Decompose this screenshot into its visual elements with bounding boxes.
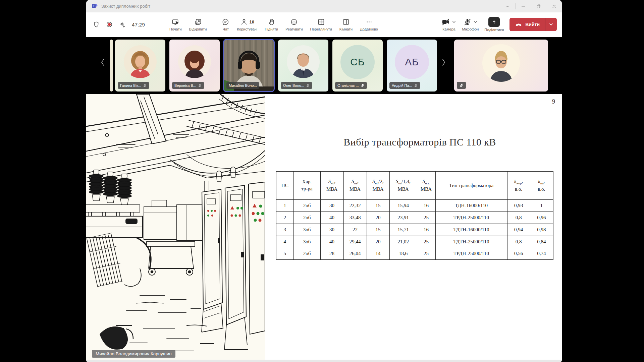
ellipsis-icon [365,18,373,26]
table-cell: 22,32 [343,199,367,212]
table-header-cell: Тип трансформатора [435,171,507,199]
table-cell: ТРДН-25000/110 [435,248,507,260]
table-cell: 28 [320,248,343,260]
chat-icon [222,18,229,26]
table-cell: 1 [530,199,553,212]
table-cell: 0,74 [530,248,553,260]
people-count: 10 [250,19,254,24]
table-cell: 21,02 [389,236,417,248]
participant-tile-active-speaker[interactable]: Михайло Воло... [224,40,274,92]
table-row: 52об2826,041418,625ТРДН-25000/1100,560,7… [276,248,553,260]
share-button[interactable]: Поділитися [484,17,504,32]
presentation-slide: 9 Вибір трансформаторів ПС 110 кВ ПСХар.… [265,94,562,360]
title-bar: T Захист дипломних робіт [86,0,562,12]
sparkle-icon[interactable] [119,21,125,28]
chat-button[interactable]: Чат [222,18,229,31]
table-cell: 26,04 [343,248,367,260]
share-arrow-icon [488,17,500,27]
table-cell: 30 [320,199,343,212]
scroll-left-icon[interactable] [100,58,105,66]
leave-label: Вийти [525,22,540,27]
record-icon[interactable] [106,21,113,28]
present-button[interactable]: Почати [169,18,182,31]
meeting-toolbar: 47:29 Почати Відкріпити Чат 10 Користува… [86,12,562,37]
participants-strip: Галина Вік... Вероніка В... [86,37,562,94]
table-cell: 16 [417,199,435,212]
slide-title: Вибір трансформаторів ПС 110 кВ [265,136,562,148]
raise-hand-button[interactable]: Підняти [265,18,278,31]
table-cell: 14 [367,248,389,260]
more-button[interactable]: Додатково [360,18,378,31]
mic-off-icon [463,18,472,26]
rooms-icon [342,18,350,26]
view-button[interactable]: Переглянути [310,18,332,31]
unpin-label: Відкріпити [189,27,207,31]
leave-chevron-icon[interactable] [545,18,557,31]
participant-tile[interactable]: Вероніка В... [169,40,220,92]
table-cell: 23,91 [389,212,417,224]
camera-chevron-icon[interactable] [452,20,456,24]
smiley-icon [290,18,298,26]
presenter-name-label: Михайло Володимирович Карпушин [92,350,175,358]
table-cell: 0,8 [507,236,530,248]
shield-icon[interactable] [93,21,100,28]
camera-off-icon [441,18,450,26]
people-button[interactable]: 10 Користувачі [237,18,257,31]
pop-out-icon [194,18,202,26]
table-row: 43об4029,442021,0225ТДТН-25000/1100,80,8… [276,236,553,248]
table-cell: ТДТН-25000/110 [435,236,507,248]
participant-name: Станіслав ... [337,83,359,87]
initials-avatar: СБ [340,45,375,79]
scroll-right-icon[interactable] [441,58,446,66]
table-cell: 4 [276,236,293,248]
teams-meeting-window: T Захист дипломних робіт 47:29 Почати [86,0,562,362]
restore-button[interactable] [531,0,546,12]
participant-tile[interactable]: Галина Вік... [115,40,165,92]
table-header-cell: Sнб,МВА [320,171,343,199]
raise-label: Підняти [265,27,278,31]
participant-name: Вероніка В... [174,83,196,87]
table-cell: 0,96 [530,212,553,224]
teams-logo-icon: T [91,3,98,10]
table-cell: 3об [293,224,320,236]
participant-tile[interactable] [454,40,548,92]
table-cell: 15,94 [389,199,417,212]
participant-tile[interactable]: АБ Андрій Па... [387,40,437,92]
table-cell: 3об [293,236,320,248]
table-cell: 0,98 [530,224,553,236]
window-more-button[interactable] [500,0,515,12]
mic-muted-icon [459,83,464,87]
mic-chevron-icon[interactable] [473,20,478,24]
table-cell: 2об [293,199,320,212]
table-cell: 40 [320,236,343,248]
participant-tile[interactable]: Олег Воло... [278,40,328,92]
participant-tile[interactable]: СБ Станіслав ... [332,40,383,92]
table-cell: 0,93 [507,199,530,212]
react-button[interactable]: Реагувати [285,18,303,31]
chat-label: Чат [223,27,229,31]
table-cell: 25 [417,248,435,260]
mic-button[interactable]: Мікрофон [462,18,479,31]
screen: T Захист дипломних робіт 47:29 Почати [0,0,644,362]
rooms-button[interactable]: Кімнати [339,18,353,31]
table-header-cell: Sпа/1,4,МВА [389,171,417,199]
table-cell: 2 [276,212,293,224]
camera-label: Камера [442,27,455,31]
close-button[interactable] [546,0,562,12]
transformer-table: ПСХар.тр-раSнб,МВАSпа,МВАSнб/2,МВАSпа/1,… [276,171,553,260]
leave-button[interactable]: Вийти [509,18,557,31]
table-cell: 18,6 [389,248,417,260]
table-cell: 2об [293,248,320,260]
unpin-button[interactable]: Відкріпити [189,18,207,31]
table-cell: 3 [276,224,293,236]
initials-avatar: АБ [395,45,429,79]
avatar [124,45,157,78]
table-cell: 15 [367,224,389,236]
shared-screen: 9 Вибір трансформаторів ПС 110 кВ ПСХар.… [86,94,562,360]
table-cell: 15,71 [389,224,417,236]
partial-tile [110,40,113,92]
camera-button[interactable]: Камера [441,18,456,31]
mic-label: Мікрофон [462,27,479,31]
minimize-button[interactable] [516,0,531,12]
window-title: Захист дипломних робіт [101,4,150,9]
